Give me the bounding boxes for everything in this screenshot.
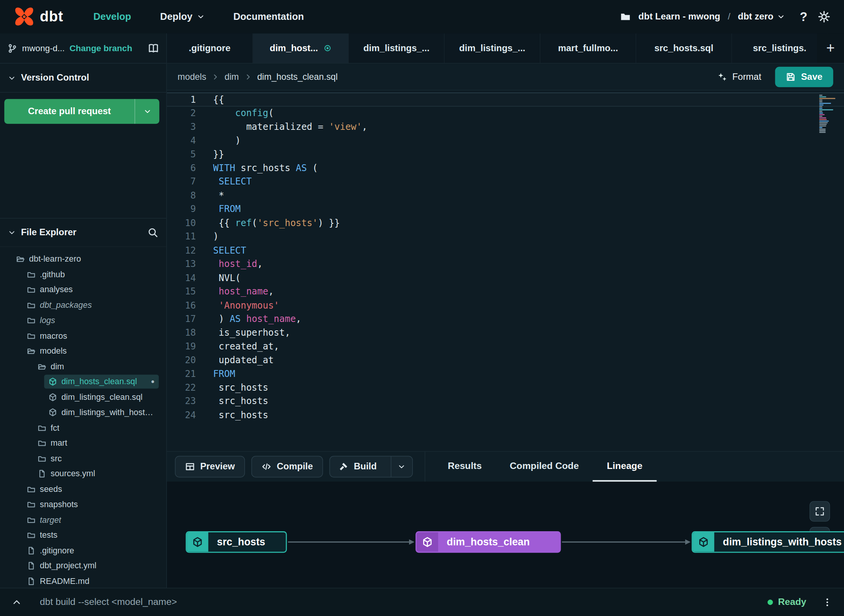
code-line[interactable]: 11) [167,230,844,244]
breadcrumb-dim[interactable]: dim [225,71,239,82]
tree-item-snapshots[interactable]: snapshots [23,498,159,512]
editor-tab-mart-fullmo[interactable]: mart_fullmo... [540,33,636,63]
tree-item-src[interactable]: src [33,451,158,466]
tree-item-github[interactable]: .github [23,267,159,281]
tree-item-dim-listings-with-hosts[interactable]: dim_listings_with_hosts... [44,406,159,420]
dbt-logo[interactable]: dbt [14,6,63,27]
code-line[interactable]: 12SELECT [167,244,844,257]
code-line[interactable]: 5}} [167,147,844,161]
format-button[interactable]: Format [718,71,761,82]
code-text: {{ ref('src_hosts') }} [213,216,340,230]
code-line[interactable]: 9 FROM [167,202,844,216]
file-explorer-header[interactable]: File Explorer [0,218,167,247]
lineage-node-src-hosts[interactable]: src_hosts [186,531,287,553]
editor-tab-dim-listings[interactable]: dim_listings_... [349,33,445,63]
environment-selector[interactable]: dbt zero [738,11,785,22]
change-branch-link[interactable]: Change branch [70,43,132,53]
code-text: * [213,189,224,202]
code-line[interactable]: 20 updated_at [167,353,844,367]
settings-gear-icon[interactable] [818,11,830,23]
build-button[interactable]: Build [330,456,413,477]
code-line[interactable]: 1{{ [167,92,844,106]
tree-item-macros[interactable]: macros [23,329,159,343]
panel-tab-results[interactable]: Results [434,451,496,482]
compile-button[interactable]: Compile [252,456,323,477]
code-line[interactable]: 2 config( [167,106,844,120]
code-line[interactable]: 6WITH src_hosts AS ( [167,161,844,175]
project-name[interactable]: dbt Learn - mwong [639,11,720,22]
tree-item-tests[interactable]: tests [23,528,159,542]
lineage-node-dim-hosts-clean[interactable]: dim_hosts_clean [416,531,561,553]
fullscreen-expand-icon[interactable] [810,501,830,522]
code-editor[interactable]: 1{{2 config(3 materialized = 'view',4 )5… [167,91,844,451]
code-line[interactable]: 13 host_id, [167,257,844,271]
search-icon[interactable] [147,227,158,238]
tree-item-target[interactable]: target [23,513,159,527]
code-line[interactable]: 3 materialized = 'view', [167,120,844,134]
tree-item-readme-md[interactable]: README.md [23,574,159,588]
tree-item-seeds[interactable]: seeds [23,482,159,496]
help-icon[interactable]: ? [800,10,807,24]
new-tab-button[interactable]: + [817,33,844,63]
code-line[interactable]: 23 src_hosts [167,394,844,408]
tree-item-label: sources.yml [50,469,95,479]
editor-tab-dim-listings[interactable]: dim_listings_... [445,33,540,63]
preview-button[interactable]: Preview [175,456,245,477]
code-line[interactable]: 7 SELECT [167,175,844,189]
tree-item-analyses[interactable]: analyses [23,283,159,297]
folder-icon [27,485,36,494]
code-text: 'Anonymous' [213,299,279,312]
command-input[interactable]: dbt build --select <model_name> [40,597,768,608]
code-line[interactable]: 16 'Anonymous' [167,299,844,312]
code-text: config( [213,106,274,120]
build-dropdown-toggle[interactable] [391,456,412,477]
panel-tab-compiled-code[interactable]: Compiled Code [496,451,593,482]
code-line[interactable]: 21FROM [167,367,844,381]
code-line[interactable]: 24 src_hosts [167,408,844,422]
folder-open-icon [38,362,47,371]
editor-tab-src-listings[interactable]: src_listings. [732,33,828,63]
tab-label: mart_fullmo... [558,43,618,53]
chevron-up-icon[interactable] [12,597,21,607]
tree-item-dbt-project-yml[interactable]: dbt_project.yml [23,559,159,573]
tree-item-dim-hosts-clean-sql[interactable]: dim_hosts_clean.sql• [44,375,159,389]
kebab-menu-icon[interactable] [823,597,832,607]
pr-dropdown-toggle[interactable] [134,99,159,124]
editor-tab-gitignore[interactable]: .gitignore [167,33,253,63]
code-line[interactable]: 14 NVL( [167,271,844,285]
panel-tab-lineage[interactable]: Lineage [593,451,656,482]
breadcrumb-models[interactable]: models [178,71,206,82]
nav-develop[interactable]: Develop [94,11,131,23]
tree-item-mart[interactable]: mart [33,436,158,450]
create-pull-request-button[interactable]: Create pull request [4,99,159,124]
code-line[interactable]: 19 created_at, [167,340,844,353]
code-line[interactable]: 17 ) AS host_name, [167,312,844,326]
tree-item-logs[interactable]: logs [23,314,159,328]
code-line[interactable]: 22 src_hosts [167,381,844,394]
tree-item-fct[interactable]: fct [33,421,158,435]
tree-item-dbt-learn-zero[interactable]: dbt-learn-zero [12,252,159,266]
tree-item-dbt-packages[interactable]: dbt_packages [23,298,159,312]
minimap-line [819,98,835,99]
code-line[interactable]: 4 ) [167,134,844,147]
tree-item-sources-yml[interactable]: sources.yml [33,467,158,481]
code-line[interactable]: 8 * [167,189,844,202]
tree-item-dim[interactable]: dim [33,359,158,373]
tree-item-models[interactable]: models [23,344,159,358]
docs-book-icon[interactable] [148,43,159,53]
code-line[interactable]: 18 is_superhost, [167,326,844,340]
branch-name[interactable]: mwong-d... [22,43,65,53]
version-control-header[interactable]: Version Control [0,63,167,92]
editor-tab-dim-host[interactable]: dim_host... [253,33,349,63]
minimap[interactable] [819,95,838,133]
save-button[interactable]: Save [775,66,833,87]
code-line[interactable]: 10 {{ ref('src_hosts') }} [167,216,844,230]
lineage-canvas[interactable]: src_hostsdim_hosts_cleandim_listings_wit… [167,482,844,588]
lineage-node-dim-listings-with-hosts[interactable]: dim_listings_with_hosts [692,531,844,553]
tree-item-dim-listings-clean-sql[interactable]: dim_listings_clean.sql [44,390,159,404]
tree-item-gitignore[interactable]: .gitignore [23,543,159,558]
nav-documentation[interactable]: Documentation [233,11,304,23]
nav-deploy[interactable]: Deploy [160,11,204,23]
editor-tab-src-hosts-sql[interactable]: src_hosts.sql [636,33,732,63]
code-line[interactable]: 15 host_name, [167,285,844,299]
